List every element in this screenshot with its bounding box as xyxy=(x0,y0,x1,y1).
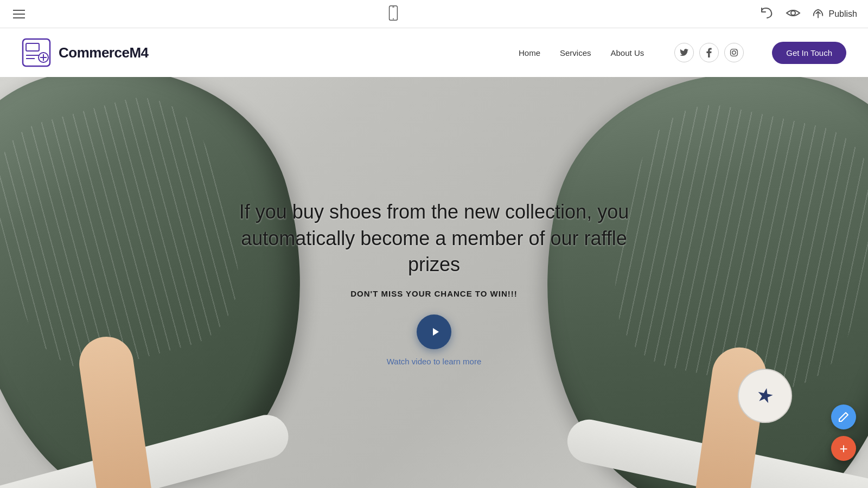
publish-label: Publish xyxy=(829,9,857,19)
svg-marker-15 xyxy=(433,328,439,336)
nav-services[interactable]: Services xyxy=(560,48,591,57)
get-in-touch-button[interactable]: Get In Touch xyxy=(772,42,846,64)
site-header: CommerceM4 Home Services About Us xyxy=(0,28,868,77)
toolbar-right: Publish xyxy=(760,7,857,21)
toolbar-left xyxy=(11,8,27,21)
add-fab-button[interactable]: + xyxy=(831,436,856,461)
edit-fab-button[interactable] xyxy=(831,404,856,429)
hero-content: If you buy shoes from the new collection… xyxy=(239,199,629,366)
svg-point-3 xyxy=(791,11,795,15)
play-video-button[interactable] xyxy=(417,314,451,349)
site-logo-text: CommerceM4 xyxy=(59,44,149,61)
svg-rect-0 xyxy=(389,5,397,20)
preview-icon[interactable] xyxy=(786,8,801,21)
hero-title: If you buy shoes from the new collection… xyxy=(239,199,629,278)
toolbar-center xyxy=(387,5,399,23)
twitter-icon[interactable] xyxy=(674,43,694,62)
mobile-preview-icon[interactable] xyxy=(387,5,399,23)
site-nav: Home Services About Us xyxy=(519,42,846,64)
social-icons xyxy=(674,43,744,62)
undo-icon[interactable] xyxy=(760,7,775,21)
svg-rect-6 xyxy=(26,43,39,51)
logo-icon xyxy=(22,38,51,67)
hero-section: If you buy shoes from the new collection… xyxy=(0,77,868,488)
nav-home[interactable]: Home xyxy=(519,48,540,57)
hero-subtitle: DON'T MISS YOUR CHANCE TO WIN!!! xyxy=(239,289,629,298)
website-frame: CommerceM4 Home Services About Us xyxy=(0,28,868,488)
svg-point-13 xyxy=(732,51,736,54)
add-icon: + xyxy=(839,440,847,457)
site-logo: CommerceM4 xyxy=(22,38,149,67)
instagram-icon[interactable] xyxy=(724,43,744,62)
toolbar: Publish xyxy=(0,0,868,28)
hamburger-menu-icon[interactable] xyxy=(11,8,27,21)
svg-point-2 xyxy=(393,18,394,19)
nav-about-us[interactable]: About Us xyxy=(611,48,644,57)
watch-video-link[interactable]: Watch video to learn more xyxy=(239,357,629,366)
svg-point-14 xyxy=(736,50,737,51)
publish-button[interactable]: Publish xyxy=(812,8,857,20)
facebook-icon[interactable] xyxy=(699,43,719,62)
